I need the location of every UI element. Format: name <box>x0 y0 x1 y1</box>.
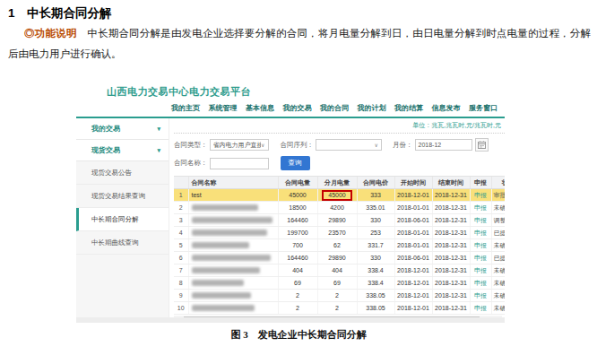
apply-link[interactable]: 申报 <box>474 230 487 236</box>
price-cell: 253 <box>357 227 394 239</box>
row-number: 5 <box>174 239 188 252</box>
redacted-contract-name <box>188 302 278 315</box>
contract-name: test <box>188 189 278 202</box>
apply-link[interactable]: 申报 <box>474 255 487 261</box>
end-cell: 2018-12-31 <box>432 202 470 214</box>
contracts-table: 合同名称合同电量分月电量合同电价开始时间结束时间申报状态 1test450004… <box>174 176 505 315</box>
sidebar-item[interactable]: 中长期曲线查询 <box>76 231 169 255</box>
contract-name-label: 合同名称： <box>174 159 208 168</box>
table-row[interactable]: 6164460298903302018-06-012018-12-31申报已提 <box>174 252 505 264</box>
start-cell: 2018-12-01 <box>394 302 432 315</box>
redacted-contract-name <box>188 214 278 227</box>
sidebar-item[interactable]: 现货交易公告 <box>76 161 169 185</box>
month-label: 月份： <box>393 141 413 150</box>
table-row[interactable]: 570062331.72018-01-012018-12-31申报未确 <box>174 239 505 252</box>
row-number: 9 <box>174 290 188 302</box>
start-cell: 2018-12-01 <box>394 277 432 290</box>
start-cell: 2018-12-01 <box>394 290 432 302</box>
month-qty-cell: 23570 <box>317 227 357 239</box>
qty-cell: 2 <box>278 290 317 302</box>
apply-cell: 申报 <box>470 302 491 315</box>
contract-type-select[interactable]: 省内电力用户直接交易t ∨ <box>210 139 269 151</box>
table-row[interactable]: 922338.052018-12-012018-12-31申报未确 <box>174 290 505 302</box>
contract-seq-select[interactable]: ∨ <box>316 139 382 151</box>
apply-link[interactable]: 申报 <box>474 305 487 311</box>
table-row[interactable]: 7404404338.42018-12-012018-12-31申报未确 <box>174 264 505 277</box>
table-row[interactable]: 1022338.052018-12-012018-12-31申报未确 <box>174 302 505 315</box>
sidebar-group[interactable]: 现货交易▾ <box>76 140 169 161</box>
nav-item[interactable]: 服务窗口 <box>469 103 497 113</box>
apply-link[interactable]: 申报 <box>474 267 487 273</box>
nav-item[interactable]: 信息发布 <box>432 103 461 113</box>
sidebar-item[interactable]: 现货交易结果查询 <box>76 185 169 208</box>
price-cell: 338.05 <box>357 290 394 302</box>
qty-cell: 164460 <box>278 214 317 227</box>
nav-item[interactable]: 我的主页 <box>171 103 200 113</box>
apply-link[interactable]: 申报 <box>474 242 487 248</box>
query-button[interactable]: 查询 <box>281 156 310 170</box>
column-header: 合同名称 <box>188 177 278 189</box>
table-row[interactable]: 3164460298903302018-06-012018-12-31申报调整 <box>174 214 505 227</box>
filter-row-1: 合同类型： 省内电力用户直接交易t ∨ 合同序列： ∨ 月份： 2018-12 <box>174 138 505 152</box>
highlight-box: 45000 <box>322 190 351 201</box>
nav-item[interactable]: 基本信息 <box>246 103 274 113</box>
start-cell: 2018-12-01 <box>394 189 432 202</box>
row-number: 3 <box>174 214 188 227</box>
end-cell: 2018-12-31 <box>432 302 470 315</box>
nav-item[interactable]: 我的计划 <box>358 103 386 113</box>
redaction-blur <box>192 217 273 223</box>
nav-item[interactable]: 系统管理 <box>209 103 238 113</box>
nav-item[interactable]: 我的合同 <box>320 103 349 113</box>
table-row[interactable]: 4199700235702532018-01-012018-12-31申报已提 <box>174 227 505 239</box>
apply-link[interactable]: 申报 <box>474 204 487 211</box>
redacted-contract-name <box>188 239 278 252</box>
calendar-icon[interactable] <box>475 138 489 152</box>
nav-item[interactable]: 我的结算 <box>394 103 423 113</box>
chevron-down-icon: ∨ <box>375 142 378 148</box>
column-header: 申报 <box>470 177 491 189</box>
row-number: 10 <box>174 302 188 315</box>
month-qty-cell: 2 <box>317 302 357 315</box>
contract-type-label: 合同类型： <box>174 141 208 150</box>
column-header <box>174 177 188 189</box>
row-number: 7 <box>174 264 188 277</box>
qty-cell: 18500 <box>278 202 317 214</box>
chevron-down-icon: ▾ <box>157 118 160 139</box>
qty-cell: 45000 <box>278 189 317 202</box>
app-logo-title: 山西电力交易中心电力交易平台 <box>107 85 505 99</box>
status-cell: 调整 <box>491 214 505 227</box>
apply-link[interactable]: 申报 <box>474 192 487 198</box>
unit-note: 单位：兆瓦,兆瓦时,元/兆瓦时,元 <box>174 118 505 134</box>
table-row[interactable]: 1test45000450003332018-12-012018-12-31申报… <box>174 189 505 202</box>
redacted-contract-name <box>188 277 278 290</box>
qty-cell: 164460 <box>278 252 317 264</box>
column-header: 合同电价 <box>357 177 394 189</box>
end-cell: 2018-12-31 <box>432 227 470 239</box>
start-cell: 2018-01-01 <box>394 202 432 214</box>
row-number: 8 <box>174 277 188 290</box>
apply-cell: 申报 <box>470 239 491 252</box>
end-cell: 2018-12-31 <box>432 214 470 227</box>
redaction-blur <box>192 305 255 311</box>
price-cell: 333 <box>357 189 394 202</box>
price-cell: 330 <box>357 214 394 227</box>
table-row[interactable]: 2185004200335.012018-01-012018-12-31申报未确 <box>174 202 505 214</box>
status-cell: 未确 <box>491 290 505 302</box>
month-input[interactable]: 2018-12 <box>415 139 472 151</box>
table-header-row: 合同名称合同电量分月电量合同电价开始时间结束时间申报状态 <box>174 177 505 189</box>
status-cell: 未确 <box>491 202 505 214</box>
sidebar-item[interactable]: 中长期合同分解 <box>76 208 169 231</box>
chevron-down-icon: ∨ <box>261 142 264 148</box>
sidebar-group[interactable]: 我的交易▾ <box>76 118 169 140</box>
apply-link[interactable]: 申报 <box>474 217 487 223</box>
table-row[interactable]: 86969338.42018-12-012018-12-31申报未确 <box>174 277 505 290</box>
contract-name-input[interactable] <box>210 158 269 169</box>
nav-item[interactable]: 我的交易 <box>283 103 312 113</box>
row-number: 6 <box>174 252 188 264</box>
apply-link[interactable]: 申报 <box>474 280 487 286</box>
status-cell: 未确 <box>491 264 505 277</box>
start-cell: 2018-01-01 <box>394 239 432 252</box>
qty-cell: 199700 <box>278 227 317 239</box>
apply-link[interactable]: 申报 <box>474 292 487 299</box>
end-cell: 2018-12-31 <box>432 277 470 290</box>
